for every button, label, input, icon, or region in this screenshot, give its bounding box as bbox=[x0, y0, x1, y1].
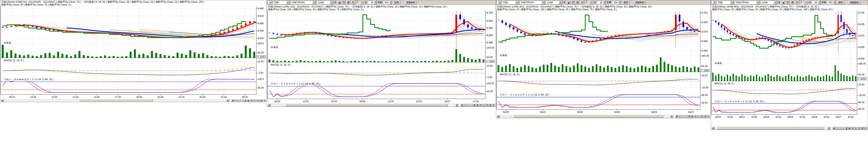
spin-up-icon[interactable]: ▲ bbox=[603, 1, 606, 3]
symbol-combo[interactable]: 日経225mini▼ bbox=[291, 1, 316, 4]
cluster-button-1[interactable]: + bbox=[835, 126, 838, 130]
spin-down-icon[interactable]: ▼ bbox=[833, 3, 836, 5]
period-button-4[interactable]: 分 bbox=[355, 1, 359, 4]
scroll-right-button[interactable]: ▶ bbox=[670, 115, 673, 118]
cluster-button-0[interactable]: ◀ bbox=[832, 126, 835, 130]
cluster-button-10[interactable]: ✕ bbox=[707, 115, 710, 118]
mini-combo[interactable]: ▼ bbox=[712, 1, 716, 4]
scrollbar-thumb[interactable] bbox=[285, 104, 448, 106]
apply-button[interactable]: 適用 bbox=[837, 1, 844, 4]
bar-count-spinner-arrows[interactable]: ▲▼ bbox=[618, 1, 621, 5]
minute-spinner[interactable]: 60▲▼ bbox=[812, 1, 821, 4]
cluster-button-8[interactable]: R bbox=[858, 126, 861, 130]
minute-spinner-arrows[interactable]: ▲▼ bbox=[374, 1, 377, 5]
spin-down-icon[interactable]: ▼ bbox=[818, 3, 820, 5]
cluster-button-5[interactable]: ▶ bbox=[848, 126, 851, 130]
cluster-button-9[interactable]: ⊕ bbox=[704, 115, 707, 118]
mini-combo[interactable]: ▼ bbox=[268, 1, 272, 4]
period-button-3[interactable]: 月 bbox=[795, 1, 799, 4]
spin-down-icon[interactable]: ▼ bbox=[618, 3, 621, 5]
mini-combo[interactable]: ▼ bbox=[497, 1, 501, 4]
minute-spinner[interactable]: 30▲▼ bbox=[597, 1, 606, 4]
minute-spinner-arrows[interactable]: ▲▼ bbox=[818, 1, 820, 5]
cluster-button-3[interactable]: ↔ bbox=[470, 104, 473, 107]
scroll-left-button[interactable]: ◀ bbox=[268, 104, 271, 107]
cluster-button-1[interactable]: + bbox=[234, 99, 238, 102]
cluster-button-0[interactable]: ◀ bbox=[231, 99, 234, 102]
period-button-5[interactable]: T bbox=[360, 1, 364, 4]
cluster-button-8[interactable]: R bbox=[486, 104, 489, 107]
cluster-button-4[interactable]: ▮ bbox=[688, 115, 691, 118]
bar-count-spinner-arrows[interactable]: ▲▼ bbox=[833, 1, 836, 5]
bar-count-spinner[interactable]: 500▲▼ bbox=[383, 1, 392, 4]
cluster-button-8[interactable]: R bbox=[700, 115, 704, 118]
spin-up-icon[interactable]: ▲ bbox=[833, 1, 836, 3]
multi-symbol-button[interactable]: 複数銘柄 bbox=[405, 1, 416, 4]
cluster-button-7[interactable]: L bbox=[482, 104, 486, 107]
cluster-button-2[interactable]: − bbox=[466, 104, 470, 107]
spin-down-icon[interactable]: ▼ bbox=[389, 3, 392, 5]
period-button-4[interactable]: 分 bbox=[585, 1, 588, 4]
cluster-button-6[interactable]: D bbox=[250, 99, 253, 102]
period-button-0[interactable]: ◢ bbox=[566, 1, 570, 4]
cluster-button-1[interactable]: + bbox=[678, 115, 681, 118]
apply-button[interactable]: 適用 bbox=[622, 1, 629, 4]
contract-combo[interactable]: 12/06▼ bbox=[546, 1, 562, 4]
cluster-button-10[interactable]: ✕ bbox=[263, 99, 266, 102]
cluster-button-8[interactable]: R bbox=[256, 99, 259, 102]
cluster-button-7[interactable]: L bbox=[253, 99, 256, 102]
period-button-0[interactable]: ◢ bbox=[781, 1, 785, 4]
scroll-left-button[interactable]: ◀ bbox=[1, 99, 4, 102]
spin-down-icon[interactable]: ▼ bbox=[374, 3, 377, 5]
multi-symbol-button[interactable]: 複数銘柄 bbox=[634, 1, 646, 4]
market-combo[interactable]: 先物▼ bbox=[273, 1, 290, 4]
cluster-button-9[interactable]: ⊕ bbox=[259, 99, 263, 102]
cluster-button-0[interactable]: ◀ bbox=[460, 104, 463, 107]
cluster-button-4[interactable]: ▮ bbox=[845, 126, 848, 130]
cluster-button-9[interactable]: ⊕ bbox=[861, 126, 864, 130]
cluster-button-7[interactable]: L bbox=[854, 126, 858, 130]
period-button-4[interactable]: 分 bbox=[800, 1, 803, 4]
bar-count-spinner[interactable]: 500▲▼ bbox=[827, 1, 836, 4]
cluster-button-1[interactable]: + bbox=[463, 104, 466, 107]
bar-count-spinner-arrows[interactable]: ▲▼ bbox=[389, 1, 392, 5]
scroll-right-button[interactable]: ▶ bbox=[828, 126, 831, 130]
symbol-combo[interactable]: 日経225mini▼ bbox=[735, 1, 760, 4]
cluster-button-10[interactable]: ✕ bbox=[864, 126, 867, 130]
cluster-button-5[interactable]: ▶ bbox=[691, 115, 694, 118]
period-button-2[interactable]: 週 bbox=[346, 1, 350, 4]
spin-up-icon[interactable]: ▲ bbox=[374, 1, 377, 3]
scroll-right-button[interactable]: ▶ bbox=[226, 99, 229, 102]
period-button-1[interactable]: 日 bbox=[342, 1, 346, 4]
market-combo[interactable]: 先物▼ bbox=[502, 1, 519, 4]
period-button-2[interactable]: 週 bbox=[790, 1, 794, 4]
cluster-button-5[interactable]: ▶ bbox=[247, 99, 250, 102]
cluster-button-6[interactable]: D bbox=[479, 104, 482, 107]
scrollbar-track[interactable] bbox=[715, 126, 828, 130]
cluster-button-3[interactable]: ↔ bbox=[842, 126, 845, 130]
cluster-button-2[interactable]: − bbox=[681, 115, 684, 118]
bar-count-spinner[interactable]: 500▲▼ bbox=[612, 1, 621, 4]
scrollbar-track[interactable] bbox=[271, 104, 455, 107]
cluster-button-2[interactable]: − bbox=[238, 99, 241, 102]
cluster-button-4[interactable]: ▮ bbox=[244, 99, 247, 102]
cluster-button-10[interactable]: ✕ bbox=[492, 104, 495, 107]
period-button-0[interactable]: ◢ bbox=[337, 1, 341, 4]
minute-spinner[interactable]: 15▲▼ bbox=[368, 1, 377, 4]
cluster-button-0[interactable]: ◀ bbox=[675, 115, 678, 118]
cluster-button-6[interactable]: D bbox=[694, 115, 697, 118]
cluster-button-7[interactable]: L bbox=[697, 115, 700, 118]
scroll-left-button[interactable]: ◀ bbox=[497, 115, 500, 118]
cluster-button-3[interactable]: ↔ bbox=[241, 99, 244, 102]
cluster-button-4[interactable]: ▮ bbox=[473, 104, 476, 107]
period-button-3[interactable]: 月 bbox=[580, 1, 584, 4]
period-button-5[interactable]: T bbox=[589, 1, 593, 4]
symbol-combo[interactable]: 日経225mini▼ bbox=[520, 1, 545, 4]
period-button-3[interactable]: 月 bbox=[351, 1, 355, 4]
period-button-1[interactable]: 日 bbox=[571, 1, 575, 4]
period-button-5[interactable]: T bbox=[804, 1, 808, 4]
cluster-button-9[interactable]: ⊕ bbox=[489, 104, 492, 107]
cluster-button-5[interactable]: ▶ bbox=[476, 104, 479, 107]
scrollbar-track[interactable] bbox=[500, 115, 670, 118]
scrollbar-thumb[interactable] bbox=[80, 99, 153, 102]
